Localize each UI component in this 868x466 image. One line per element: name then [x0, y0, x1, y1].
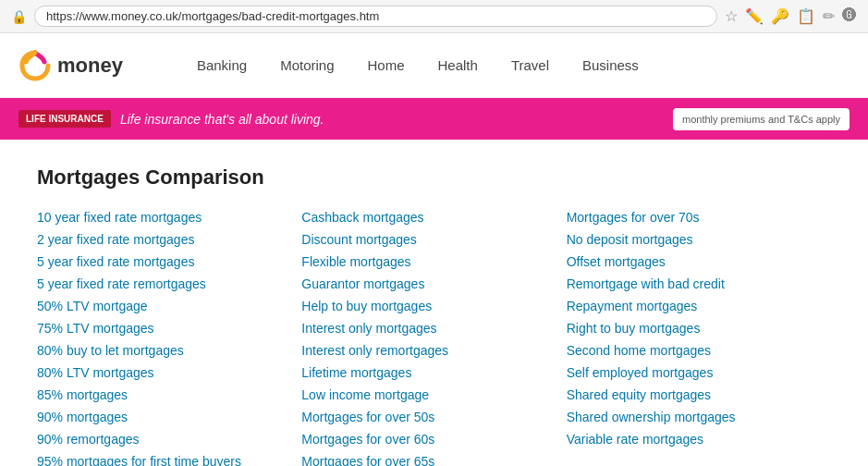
mortgage-link[interactable]: 2 year fixed rate mortgages: [37, 228, 301, 251]
section-title: Mortgages Comparison: [37, 166, 831, 190]
mortgage-link[interactable]: Repayment mortgages: [567, 295, 831, 317]
mortgage-link[interactable]: 5 year fixed rate mortgages: [37, 251, 301, 273]
mortgage-link[interactable]: Mortgages for over 60s: [301, 428, 566, 450]
ext-icon2[interactable]: 📋: [797, 7, 815, 25]
share-icon[interactable]: ✏️: [745, 7, 764, 25]
mortgage-link[interactable]: 80% buy to let mortgages: [37, 339, 301, 362]
mortgage-link[interactable]: 5 year fixed rate remortgages: [37, 273, 301, 295]
mortgage-link[interactable]: Mortgages for over 70s: [567, 206, 831, 228]
nav-banking[interactable]: Banking: [197, 57, 247, 73]
mortgage-link[interactable]: Mortgages for over 65s: [301, 450, 566, 466]
nav-health[interactable]: Health: [438, 57, 478, 73]
mortgage-link[interactable]: Shared ownership mortgages: [567, 406, 831, 428]
mortgage-link[interactable]: Right to buy mortgages: [567, 317, 831, 339]
mortgage-link[interactable]: Interest only mortgages: [301, 317, 566, 339]
mortgage-link[interactable]: 50% LTV mortgage: [37, 295, 301, 317]
logo[interactable]: money: [18, 49, 123, 82]
banner-badge: LIFE INSURANCE: [18, 110, 111, 128]
mortgage-link[interactable]: Guarantor mortgages: [301, 273, 566, 295]
mortgage-link[interactable]: 85% mortgages: [37, 384, 301, 406]
mortgage-link[interactable]: Help to buy mortgages: [301, 295, 566, 317]
column-1: 10 year fixed rate mortgages2 year fixed…: [37, 206, 301, 466]
mortgage-link[interactable]: Variable rate mortgages: [567, 428, 831, 450]
banner-tagline: Life insurance that's all about living.: [120, 112, 324, 127]
star-icon[interactable]: ☆: [725, 7, 738, 25]
mortgage-link[interactable]: 90% remortgages: [37, 428, 301, 450]
nav-links: Banking Motoring Home Health Travel Busi…: [197, 57, 639, 73]
mortgage-link[interactable]: Remortgage with bad credit: [567, 273, 831, 295]
ext-icon1[interactable]: 🔑: [771, 7, 789, 25]
nav-business[interactable]: Business: [582, 57, 639, 73]
promo-banner: LIFE INSURANCE Life insurance that's all…: [0, 98, 868, 140]
mortgage-link[interactable]: Cashback mortgages: [301, 206, 566, 228]
mortgage-link[interactable]: Lifetime mortgages: [301, 362, 566, 384]
mortgage-link[interactable]: Self employed mortgages: [567, 362, 831, 384]
nav-bar: money Banking Motoring Home Health Trave…: [0, 33, 868, 98]
mortgage-link[interactable]: Second home mortgages: [567, 339, 831, 362]
mortgage-link[interactable]: No deposit mortgages: [567, 228, 831, 251]
mortgage-link[interactable]: 75% LTV mortgages: [37, 317, 301, 339]
mortgage-link[interactable]: 80% LTV mortgages: [37, 362, 301, 384]
mortgage-link[interactable]: Low income mortgage: [301, 384, 566, 406]
mortgage-link[interactable]: Mortgages for over 50s: [301, 406, 566, 428]
mortgage-link[interactable]: Flexible mortgages: [301, 251, 566, 273]
mortgage-link[interactable]: 10 year fixed rate mortgages: [37, 206, 301, 228]
browser-icons: ☆ ✏️ 🔑 📋 ✏ 🅖: [725, 7, 857, 25]
main-content: Mortgages Comparison 10 year fixed rate …: [0, 140, 868, 466]
url-display[interactable]: https://www.money.co.uk/mortgages/bad-cr…: [34, 6, 717, 27]
ext-icon3[interactable]: ✏: [823, 7, 835, 25]
banner-terms: monthly premiums and T&Cs apply: [673, 108, 850, 130]
mortgage-link[interactable]: 95% mortgages for first time buyers: [37, 450, 301, 466]
column-2: Cashback mortgagesDiscount mortgagesFlex…: [301, 206, 566, 466]
nav-motoring[interactable]: Motoring: [280, 57, 334, 73]
mortgage-link[interactable]: Offset mortgages: [567, 251, 831, 273]
mortgage-link[interactable]: Shared equity mortgages: [567, 384, 831, 406]
logo-icon: [18, 49, 52, 82]
mortgage-links-grid: 10 year fixed rate mortgages2 year fixed…: [37, 206, 831, 466]
address-bar: 🔒 https://www.money.co.uk/mortgages/bad-…: [0, 0, 868, 33]
mortgage-link[interactable]: Discount mortgages: [301, 228, 566, 251]
nav-home[interactable]: Home: [368, 57, 405, 73]
mortgage-link[interactable]: Interest only remortgages: [301, 339, 566, 362]
ext-icon4[interactable]: 🅖: [842, 7, 857, 25]
nav-travel[interactable]: Travel: [511, 57, 549, 73]
lock-icon: 🔒: [11, 9, 27, 24]
logo-text: money: [57, 54, 123, 78]
mortgage-link[interactable]: 90% mortgages: [37, 406, 301, 428]
column-3: Mortgages for over 70sNo deposit mortgag…: [567, 206, 831, 466]
